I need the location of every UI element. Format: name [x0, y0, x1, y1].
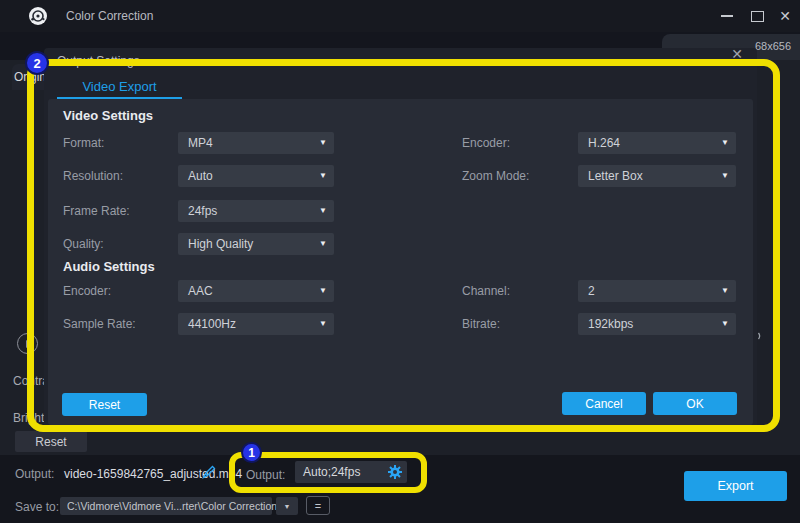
save-path-dropdown[interactable]: ▼: [276, 497, 298, 515]
resolution-select[interactable]: Auto ▼: [178, 165, 334, 187]
audio-settings-heading: Audio Settings: [63, 259, 155, 274]
edit-icon[interactable]: [201, 464, 217, 480]
dialog-close-button[interactable]: ✕: [727, 44, 747, 64]
quality-select[interactable]: High Quality ▼: [178, 233, 334, 255]
video-encoder-label: Encoder:: [462, 136, 510, 150]
chevron-down-icon: ▼: [319, 132, 327, 154]
close-icon: ✕: [731, 46, 743, 62]
sample-rate-label: Sample Rate:: [63, 317, 136, 331]
app-logo-icon: [28, 6, 48, 26]
format-label: Format:: [63, 136, 104, 150]
play-icon: [26, 340, 32, 348]
channel-label: Channel:: [462, 284, 510, 298]
chevron-down-icon: ▼: [284, 503, 291, 510]
step-badge-2: 2: [25, 51, 49, 75]
chevron-down-icon: ▼: [319, 233, 327, 255]
frame-rate-label: Frame Rate:: [63, 204, 130, 218]
play-button[interactable]: [17, 333, 38, 354]
cancel-button[interactable]: Cancel: [562, 392, 646, 415]
channel-select[interactable]: 2 ▼: [578, 280, 736, 302]
gear-icon[interactable]: [387, 464, 403, 480]
tab-video-export[interactable]: Video Export: [57, 75, 182, 99]
maximize-icon: [751, 11, 764, 22]
close-icon: ✕: [779, 8, 791, 24]
chevron-down-icon: ▼: [721, 165, 729, 187]
bitrate-select[interactable]: 192kbps ▼: [578, 313, 736, 335]
quality-label: Quality:: [63, 237, 104, 251]
save-path-value: C:\Vidmore\Vidmore Vi...rter\Color Corre…: [67, 497, 277, 515]
export-button[interactable]: Export: [684, 471, 787, 501]
dialog-reset-button[interactable]: Reset: [62, 393, 147, 416]
minimize-button[interactable]: [714, 0, 740, 32]
profile-label: Output:: [246, 468, 285, 482]
folder-lines-icon: =: [315, 500, 321, 512]
chevron-down-icon: ▼: [721, 132, 729, 154]
open-folder-button[interactable]: =: [306, 496, 330, 515]
video-encoder-select[interactable]: H.264 ▼: [578, 132, 736, 154]
sample-rate-select[interactable]: 44100Hz ▼: [178, 313, 334, 335]
chevron-down-icon: ▼: [721, 280, 729, 302]
bitrate-label: Bitrate:: [462, 317, 500, 331]
adjust-reset-button[interactable]: Reset: [15, 431, 87, 452]
audio-encoder-select[interactable]: AAC ▼: [178, 280, 334, 302]
titlebar: Color Correction ✕: [0, 0, 800, 32]
chevron-down-icon: ▼: [721, 313, 729, 335]
step-badge-1: 1: [241, 442, 262, 463]
frame-rate-select[interactable]: 24fps ▼: [178, 200, 334, 222]
audio-encoder-label: Encoder:: [63, 284, 111, 298]
maximize-button[interactable]: [744, 0, 770, 32]
profile-value: Auto;24fps: [303, 461, 360, 483]
save-to-label: Save to:: [15, 500, 59, 514]
video-settings-heading: Video Settings: [63, 108, 153, 123]
ok-button[interactable]: OK: [653, 392, 737, 415]
app-window: Color Correction ✕ Original ▼ + Change S…: [0, 0, 800, 523]
resolution-label: Resolution:: [63, 169, 123, 183]
chevron-down-icon: ▼: [319, 165, 327, 187]
footer-bar: Output: video-1659842765_adjusted.mp4 Ou…: [0, 455, 800, 523]
close-window-button[interactable]: ✕: [772, 0, 798, 32]
chevron-down-icon: ▼: [319, 200, 327, 222]
preview-resolution: 68x656: [755, 40, 791, 52]
profile-input[interactable]: Auto;24fps: [295, 461, 407, 483]
output-settings-dialog: Output Settings ✕ Video Export Video Set…: [44, 48, 757, 432]
window-title: Color Correction: [66, 9, 153, 23]
format-select[interactable]: MP4 ▼: [178, 132, 334, 154]
output-label: Output:: [15, 467, 54, 481]
minimize-icon: [721, 15, 733, 17]
chevron-down-icon: ▼: [319, 313, 327, 335]
zoom-mode-label: Zoom Mode:: [462, 169, 529, 183]
chevron-down-icon: ▼: [319, 280, 327, 302]
save-path-combobox[interactable]: C:\Vidmore\Vidmore Vi...rter\Color Corre…: [60, 497, 272, 515]
zoom-mode-select[interactable]: Letter Box ▼: [578, 165, 736, 187]
dialog-title: Output Settings: [57, 54, 140, 68]
